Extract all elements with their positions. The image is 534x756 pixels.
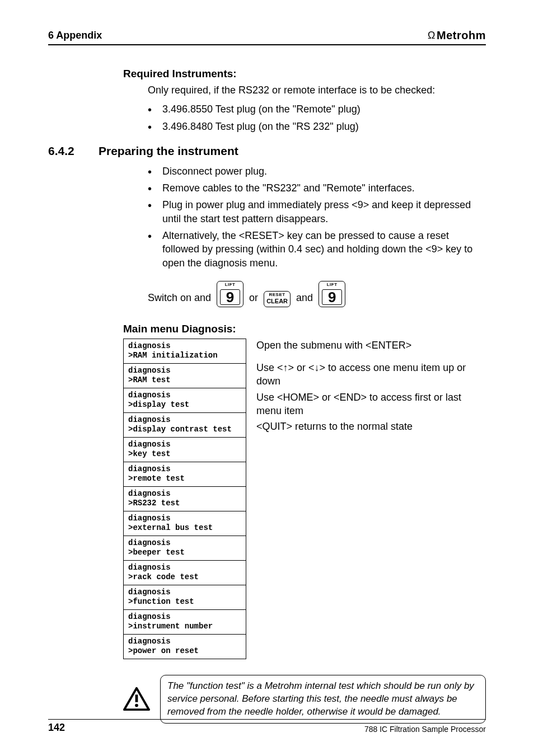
diagnosis-item: diagnosis>function test	[124, 585, 246, 610]
key-main-label: 9	[322, 289, 342, 305]
page-header: 6 Appendix Ω Metrohm	[48, 29, 486, 45]
page-footer: 142 788 IC Filtration Sample Processor	[48, 719, 486, 734]
brand-logo: Ω Metrohm	[428, 29, 486, 42]
diagnosis-item: diagnosis>RAM test	[124, 364, 246, 388]
list-item: 3.496.8480 Test plug (on the "RS 232" pl…	[148, 120, 486, 133]
required-intro: Only required, if the RS232 or remote in…	[123, 83, 486, 97]
list-item: Remove cables to the "RS232" and "Remote…	[148, 181, 486, 195]
list-item: Disconnect power plug.	[148, 165, 486, 178]
svg-point-2	[135, 704, 138, 707]
warning-icon	[123, 675, 150, 724]
key-main-label: 9	[220, 289, 240, 305]
diagnosis-item: diagnosis>beeper test	[124, 536, 246, 561]
required-heading: Required Instruments:	[123, 68, 486, 80]
side-text-line: Use <HOME> or <END> to access first or l…	[256, 391, 486, 418]
diagnosis-item: diagnosis>display contrast test	[124, 413, 246, 438]
key-bottom-label: CLEAR	[266, 298, 288, 305]
diagnosis-item: diagnosis>display test	[124, 388, 246, 413]
diagnosis-item: diagnosis>remote test	[124, 462, 246, 487]
diagnosis-item: diagnosis>instrument number	[124, 610, 246, 635]
key-top-label: LIFT	[327, 283, 338, 288]
diagnosis-item: diagnosis>RAM initialization	[124, 339, 246, 364]
key-row-text: or	[249, 292, 258, 307]
key-row-text: Switch on and	[148, 292, 211, 307]
side-text-line: Use <↑> or <↓> to access one menu item u…	[256, 361, 486, 388]
main-menu-heading: Main menu Diagnosis:	[123, 323, 486, 335]
key-row-text: and	[296, 292, 313, 307]
key-top-label: RESET	[269, 293, 285, 298]
chapter-label: 6 Appendix	[48, 30, 102, 41]
diagnosis-row: diagnosis>RAM initialization diagnosis>R…	[123, 339, 486, 659]
key-reset-clear: RESET CLEAR	[264, 291, 291, 307]
brand-name: Metrohm	[437, 29, 486, 42]
side-text-line: <QUIT> returns to the normal state	[256, 420, 486, 433]
diagnosis-side-text: Open the submenu with <ENTER> Use <↑> or…	[256, 339, 486, 436]
diagnosis-item: diagnosis>external bus test	[124, 511, 246, 536]
list-item: Plug in power plug and immediately press…	[148, 198, 486, 226]
omega-icon: Ω	[428, 30, 435, 41]
warning-box: The "function test" is a Metrohm interna…	[123, 675, 486, 724]
section-number: 6.4.2	[48, 144, 99, 158]
svg-rect-1	[135, 694, 138, 702]
preparing-list: Disconnect power plug. Remove cables to …	[123, 165, 486, 270]
diagnosis-item: diagnosis>RS232 test	[124, 487, 246, 511]
document-title: 788 IC Filtration Sample Processor	[364, 725, 486, 734]
section-title: Preparing the instrument	[99, 144, 238, 158]
diagnosis-item: diagnosis>key test	[124, 438, 246, 462]
list-item: Alternatively, the <RESET> key can be pr…	[148, 229, 486, 270]
warning-text: The "function test" is a Metrohm interna…	[160, 675, 486, 724]
key-9-lift: LIFT 9	[318, 281, 345, 307]
side-text-line: Open the submenu with <ENTER>	[256, 339, 486, 352]
diagnosis-menu-list: diagnosis>RAM initialization diagnosis>R…	[123, 339, 246, 659]
list-item: 3.496.8550 Test plug (on the "Remote" pl…	[148, 102, 486, 116]
key-9-lift: LIFT 9	[217, 281, 243, 307]
section-heading-row: 6.4.2 Preparing the instrument	[123, 144, 486, 158]
key-top-label: LIFT	[225, 283, 236, 288]
diagnosis-item: diagnosis>power on reset	[124, 635, 246, 659]
page-number: 142	[48, 722, 65, 734]
page-content: Required Instruments: Only required, if …	[48, 68, 486, 724]
diagnosis-item: diagnosis>rack code test	[124, 561, 246, 585]
required-list: 3.496.8550 Test plug (on the "Remote" pl…	[123, 102, 486, 133]
key-sequence-row: Switch on and LIFT 9 or RESET CLEAR and …	[123, 281, 486, 307]
